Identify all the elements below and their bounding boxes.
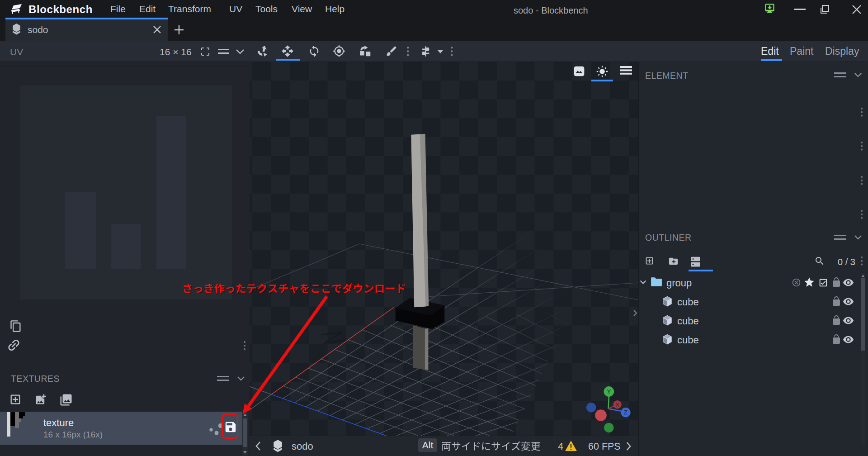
svg-text:Y: Y [607,389,611,395]
svg-text:X: X [615,402,619,408]
svg-text:Z: Z [624,409,627,416]
